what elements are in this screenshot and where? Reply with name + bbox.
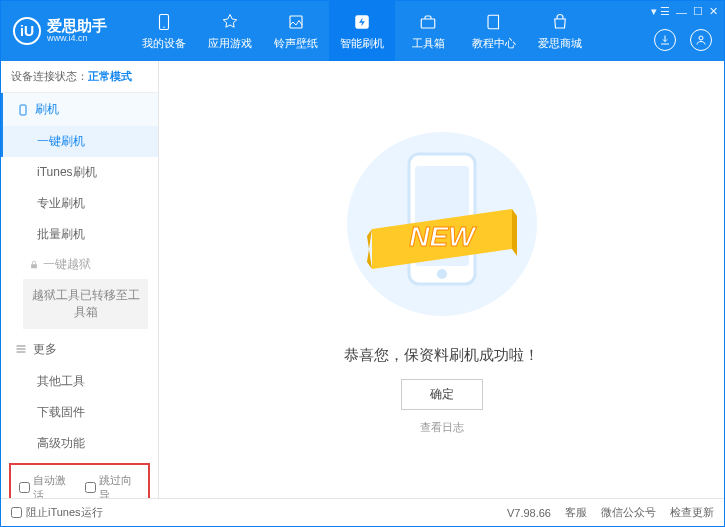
nav-label: 教程中心 bbox=[472, 36, 516, 51]
nav-label: 应用游戏 bbox=[208, 36, 252, 51]
flash-icon bbox=[352, 12, 372, 32]
options-highlighted: 自动激活 跳过向导 bbox=[9, 463, 150, 498]
nav-toolbox[interactable]: 工具箱 bbox=[395, 1, 461, 61]
jailbreak-note[interactable]: 越狱工具已转移至工具箱 bbox=[23, 279, 148, 329]
logo-icon: iU bbox=[13, 17, 41, 45]
sidebar-item-pro-flash[interactable]: 专业刷机 bbox=[1, 188, 158, 219]
svg-text:NEW: NEW bbox=[409, 221, 477, 252]
support-link[interactable]: 客服 bbox=[565, 505, 587, 520]
status-bar: 阻止iTunes运行 V7.98.66 客服 微信公众号 检查更新 bbox=[1, 498, 724, 526]
nav-label: 我的设备 bbox=[142, 36, 186, 51]
sidebar-item-jailbreak: 一键越狱 bbox=[1, 250, 158, 275]
toolbox-icon bbox=[418, 12, 438, 32]
nav-label: 工具箱 bbox=[412, 36, 445, 51]
nav-ringtones[interactable]: 铃声壁纸 bbox=[263, 1, 329, 61]
version-label: V7.98.66 bbox=[507, 507, 551, 519]
svg-rect-4 bbox=[421, 19, 435, 28]
success-message: 恭喜您，保资料刷机成功啦！ bbox=[344, 346, 539, 365]
download-icon[interactable] bbox=[654, 29, 676, 51]
section-label: 刷机 bbox=[35, 101, 59, 118]
maximize-icon[interactable]: ☐ bbox=[693, 5, 703, 18]
svg-point-1 bbox=[163, 26, 165, 28]
wechat-link[interactable]: 微信公众号 bbox=[601, 505, 656, 520]
sidebar-section-more[interactable]: 更多 bbox=[1, 333, 158, 366]
user-icon[interactable] bbox=[690, 29, 712, 51]
connection-status: 设备连接状态：正常模式 bbox=[1, 61, 158, 93]
phone-icon bbox=[154, 12, 174, 32]
sidebar-item-batch-flash[interactable]: 批量刷机 bbox=[1, 219, 158, 250]
title-bar: iU 爱思助手 www.i4.cn 我的设备 应用游戏 铃声壁纸 智能刷机 bbox=[1, 1, 724, 61]
view-log-link[interactable]: 查看日志 bbox=[420, 420, 464, 435]
nav-tutorials[interactable]: 教程中心 bbox=[461, 1, 527, 61]
logo: iU 爱思助手 www.i4.cn bbox=[1, 17, 119, 45]
window-controls: ▾ ☰ — ☐ ✕ bbox=[651, 5, 718, 18]
lock-icon bbox=[29, 260, 39, 270]
brand-name: 爱思助手 bbox=[47, 18, 107, 35]
store-icon bbox=[550, 12, 570, 32]
top-nav: 我的设备 应用游戏 铃声壁纸 智能刷机 工具箱 教程中心 bbox=[131, 1, 593, 61]
nav-apps[interactable]: 应用游戏 bbox=[197, 1, 263, 61]
success-illustration: NEW bbox=[337, 124, 547, 328]
nav-store[interactable]: 爱思商城 bbox=[527, 1, 593, 61]
apps-icon bbox=[220, 12, 240, 32]
sidebar-item-advanced[interactable]: 高级功能 bbox=[1, 428, 158, 459]
sidebar-item-oneclick-flash[interactable]: 一键刷机 bbox=[1, 126, 158, 157]
ok-button[interactable]: 确定 bbox=[401, 379, 483, 410]
section-label: 更多 bbox=[33, 341, 57, 358]
menu-icon bbox=[15, 343, 27, 355]
sidebar-item-download-firmware[interactable]: 下载固件 bbox=[1, 397, 158, 428]
main-content: NEW 恭喜您，保资料刷机成功啦！ 确定 查看日志 bbox=[159, 61, 724, 498]
menu-icon[interactable]: ▾ ☰ bbox=[651, 5, 670, 18]
sidebar-item-other-tools[interactable]: 其他工具 bbox=[1, 366, 158, 397]
svg-point-12 bbox=[437, 269, 447, 279]
nav-label: 铃声壁纸 bbox=[274, 36, 318, 51]
nav-label: 智能刷机 bbox=[340, 36, 384, 51]
auto-activate-checkbox[interactable]: 自动激活 bbox=[19, 473, 75, 498]
sidebar: 设备连接状态：正常模式 刷机 一键刷机 iTunes刷机 专业刷机 批量刷机 一… bbox=[1, 61, 159, 498]
sidebar-item-itunes-flash[interactable]: iTunes刷机 bbox=[1, 157, 158, 188]
check-update-link[interactable]: 检查更新 bbox=[670, 505, 714, 520]
skip-setup-checkbox[interactable]: 跳过向导 bbox=[85, 473, 141, 498]
minimize-icon[interactable]: — bbox=[676, 6, 687, 18]
close-icon[interactable]: ✕ bbox=[709, 5, 718, 18]
brand-url: www.i4.cn bbox=[47, 34, 107, 44]
wallpaper-icon bbox=[286, 12, 306, 32]
block-itunes-checkbox[interactable]: 阻止iTunes运行 bbox=[11, 505, 103, 520]
nav-flash[interactable]: 智能刷机 bbox=[329, 1, 395, 61]
sidebar-section-flash[interactable]: 刷机 bbox=[1, 93, 158, 126]
svg-rect-7 bbox=[31, 264, 37, 268]
nav-my-device[interactable]: 我的设备 bbox=[131, 1, 197, 61]
book-icon bbox=[484, 12, 504, 32]
svg-point-5 bbox=[699, 36, 703, 40]
phone-icon bbox=[17, 104, 29, 116]
nav-label: 爱思商城 bbox=[538, 36, 582, 51]
svg-rect-6 bbox=[20, 105, 26, 115]
